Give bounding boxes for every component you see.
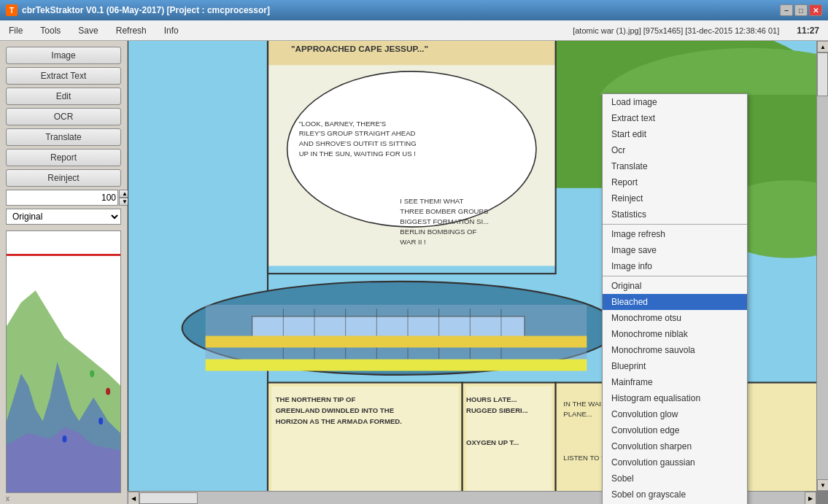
scroll-right-arrow[interactable]: ▶ <box>805 492 816 504</box>
svg-point-6 <box>106 388 110 395</box>
ctx-image-refresh[interactable]: Image refresh <box>603 226 747 242</box>
scroll-up-arrow[interactable]: ▲ <box>817 41 828 53</box>
ctx-sep-2 <box>603 276 747 276</box>
menu-save[interactable]: Save <box>69 20 107 40</box>
histogram-svg <box>7 231 120 492</box>
svg-point-7 <box>63 435 67 443</box>
close-button[interactable]: ✕ <box>809 4 822 16</box>
svg-point-8 <box>98 417 103 424</box>
svg-text:"LOOK, BARNEY, THERE'S: "LOOK, BARNEY, THERE'S <box>299 120 387 128</box>
ctx-image-info[interactable]: Image info <box>603 258 747 274</box>
svg-text:WAR II !: WAR II ! <box>400 238 425 246</box>
menu-refresh[interactable]: Refresh <box>107 20 155 40</box>
main-layout: Image Extract Text Edit OCR Translate Re… <box>0 41 828 504</box>
ctx-report[interactable]: Report <box>603 174 747 190</box>
ctx-bleached[interactable]: Bleached <box>603 294 747 310</box>
maximize-button[interactable]: □ <box>794 4 808 16</box>
svg-text:PLANE...: PLANE... <box>563 410 592 418</box>
extract-text-button[interactable]: Extract Text <box>6 67 121 85</box>
ctx-conv-glow[interactable]: Convolution glow <box>603 406 747 422</box>
zoom-spinner-row: ▲ ▼ <box>6 190 121 206</box>
content-area[interactable]: "APPROACHED CAPE JESSUP..." "LOOK, BARNE… <box>128 41 828 504</box>
reinject-button[interactable]: Reinject <box>6 169 121 187</box>
svg-text:HORIZON AS THE ARMADA FORMED.: HORIZON AS THE ARMADA FORMED. <box>276 417 402 425</box>
ctx-load-image[interactable]: Load image <box>603 94 747 110</box>
ctx-conv-gaussian[interactable]: Convolution gaussian <box>603 454 747 470</box>
scroll-thumb-v[interactable] <box>817 53 828 96</box>
edit-button[interactable]: Edit <box>6 88 121 105</box>
ctx-blueprint[interactable]: Blueprint <box>603 358 747 374</box>
file-status: [atomic war (1).jpg] [975x1465] [31-dec-… <box>564 23 788 38</box>
menu-tools[interactable]: Tools <box>31 20 69 40</box>
scroll-thumb-h[interactable] <box>139 492 198 504</box>
svg-text:UP IN THE SUN, WAITING FOR US : UP IN THE SUN, WAITING FOR US ! <box>299 150 416 158</box>
scroll-track-v <box>817 53 828 479</box>
ctx-mono-niblak[interactable]: Monochrome niblak <box>603 326 747 342</box>
ctx-original[interactable]: Original <box>603 278 747 294</box>
svg-text:OXYGEN UP T...: OXYGEN UP T... <box>466 438 519 446</box>
menu-info[interactable]: Info <box>155 20 187 40</box>
histogram-area <box>6 230 121 493</box>
title-bar: T cbrTekStraktor V0.1 (06-May-2017) [Pro… <box>0 0 828 20</box>
svg-rect-31 <box>206 360 587 371</box>
image-button[interactable]: Image <box>6 47 121 64</box>
scroll-left-arrow[interactable]: ◀ <box>128 492 139 504</box>
svg-rect-30 <box>206 336 587 348</box>
view-mode-row: Original Bleached Monochrome otsu Monoch… <box>6 209 121 225</box>
ocr-button[interactable]: OCR <box>6 108 121 125</box>
minimize-button[interactable]: – <box>780 4 793 16</box>
ctx-mono-otsu[interactable]: Monochrome otsu <box>603 310 747 326</box>
menu-file[interactable]: File <box>0 20 31 40</box>
menu-bar: File Tools Save Refresh Info [atomic war… <box>0 20 828 41</box>
app-icon: T <box>6 4 18 16</box>
ctx-ocr[interactable]: Ocr <box>603 142 747 158</box>
svg-text:BERLIN BOMBINGS OF: BERLIN BOMBINGS OF <box>400 228 476 236</box>
svg-text:THREE BOMBER GROUPS: THREE BOMBER GROUPS <box>400 207 488 215</box>
sidebar: Image Extract Text Edit OCR Translate Re… <box>0 41 128 504</box>
ctx-mono-sauvola[interactable]: Monochrome sauvola <box>603 342 747 358</box>
scroll-down-arrow[interactable]: ▼ <box>817 479 828 491</box>
svg-text:RILEY'S GROUP STRAIGHT AHEAD: RILEY'S GROUP STRAIGHT AHEAD <box>299 129 416 137</box>
report-button[interactable]: Report <box>6 149 121 166</box>
vertical-scrollbar[interactable]: ▲ ▼ <box>816 41 828 491</box>
ctx-extract-text[interactable]: Extract text <box>603 110 747 126</box>
window-controls: – □ ✕ <box>780 4 822 16</box>
ctx-sobel-gray[interactable]: Sobel on grayscale <box>603 486 747 503</box>
svg-text:GREENLAND DWINDLED INTO THE: GREENLAND DWINDLED INTO THE <box>276 406 395 414</box>
ctx-statistics[interactable]: Statistics <box>603 206 747 222</box>
sidebar-label: x <box>6 493 121 504</box>
ctx-sobel[interactable]: Sobel <box>603 470 747 486</box>
svg-text:RUGGED SIBERI...: RUGGED SIBERI... <box>466 406 528 414</box>
ctx-reinject[interactable]: Reinject <box>603 190 747 206</box>
ctx-translate[interactable]: Translate <box>603 158 747 174</box>
svg-text:AND SHROVE'S OUTFIT IS SITTING: AND SHROVE'S OUTFIT IS SITTING <box>299 139 417 147</box>
ctx-mainframe[interactable]: Mainframe <box>603 374 747 390</box>
svg-text:HOURS LATE...: HOURS LATE... <box>466 395 517 403</box>
svg-text:I SEE THEM! WHAT: I SEE THEM! WHAT <box>400 197 463 205</box>
window-title: cbrTekStraktor V0.1 (06-May-2017) [Proje… <box>22 5 780 15</box>
context-menu: Load image Extract text Start edit Ocr T… <box>602 93 748 504</box>
svg-text:"APPROACHED CAPE JESSUP...": "APPROACHED CAPE JESSUP..." <box>291 44 428 53</box>
clock: 11:27 <box>788 23 828 39</box>
translate-button[interactable]: Translate <box>6 128 121 146</box>
zoom-input[interactable] <box>6 190 118 206</box>
svg-text:BIGGEST FORMATION SI...: BIGGEST FORMATION SI... <box>400 217 489 225</box>
svg-text:THE NORTHERN TIP OF: THE NORTHERN TIP OF <box>276 395 356 403</box>
ctx-sep-1 <box>603 224 747 225</box>
ctx-start-edit[interactable]: Start edit <box>603 126 747 142</box>
ctx-conv-sharpen[interactable]: Convolution sharpen <box>603 438 747 454</box>
ctx-conv-edge[interactable]: Convolution edge <box>603 422 747 438</box>
svg-point-5 <box>90 370 94 377</box>
ctx-histogram-eq[interactable]: Histogram equalisation <box>603 390 747 406</box>
view-mode-dropdown[interactable]: Original Bleached Monochrome otsu Monoch… <box>6 209 121 225</box>
ctx-image-save[interactable]: Image save <box>603 242 747 258</box>
